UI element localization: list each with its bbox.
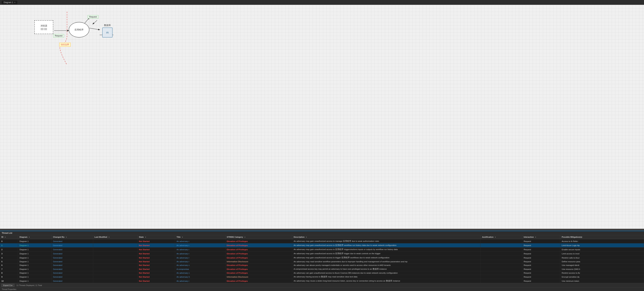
cell-interaction: Request	[522, 256, 560, 260]
cell-stride: Elevation of Privileges	[225, 271, 292, 275]
col-id[interactable]: ID ▼	[0, 235, 18, 239]
cell-id: 6	[0, 263, 18, 267]
browser-icon	[41, 28, 47, 30]
table-row[interactable]: 2 Diagram 1 Generated Not Started An adv…	[0, 247, 644, 252]
browser-shape[interactable]: 浏览器	[34, 20, 53, 34]
cell-mitigation: Restrict access to Az	[560, 271, 644, 275]
cell-stride: Elevation of Privileges	[225, 252, 292, 256]
table-row[interactable]: 9 Diagram 1 Generated Not Started An adv…	[0, 275, 644, 279]
col-last-modified[interactable]: Last Modified ▼	[93, 235, 138, 239]
close-icon[interactable]: ✕	[14, 2, 16, 4]
cell-interaction: Request	[522, 243, 560, 247]
threat-panel: Threat List ID ▼ Diagram ▼ Changed By ▼ …	[0, 231, 644, 287]
cell-interaction: Request	[522, 239, 560, 243]
db-icon: {0}	[102, 28, 112, 38]
cell-mitigation: Limit access to invol	[560, 252, 644, 256]
cell-stride: Elevation of Privileges	[225, 247, 292, 252]
cell-diagram: Diagram 1	[18, 260, 52, 263]
cell-modified	[93, 247, 138, 252]
table-row[interactable]: 1 Diagram 1 Generated Not Started An adv…	[0, 243, 644, 247]
table-row[interactable]: 7 Diagram 1 Generated Not Started A comp…	[0, 267, 644, 271]
db-symbol: {0}	[106, 32, 109, 34]
cell-state: Not Started	[138, 271, 175, 275]
col-diagram[interactable]: Diagram ▼	[18, 235, 52, 239]
col-stride[interactable]: STRIDE Category ▼	[225, 235, 292, 239]
cell-description: An adversary may gain unauthorized acces…	[292, 243, 480, 247]
cell-id: 5	[0, 260, 18, 263]
cell-changed: Generated	[52, 247, 93, 252]
threat-table-wrapper[interactable]: ID ▼ Diagram ▼ Changed By ▼ Last Modifie…	[0, 235, 644, 283]
export-csv-button[interactable]: Export Csv	[1, 284, 14, 287]
cell-changed: Generated	[52, 267, 93, 271]
cell-modified	[93, 256, 138, 260]
sort-icon-stride: ▼	[244, 236, 246, 238]
cell-title: An adversary r	[175, 260, 225, 263]
table-body: 0 Diagram 1 Generated Not Started An adv…	[0, 239, 644, 283]
table-row[interactable]: 6 Diagram 1 Generated Not Started An adv…	[0, 263, 644, 267]
diagram-tab[interactable]: Diagram 1 ✕	[1, 0, 18, 4]
cell-justification	[480, 267, 522, 271]
db-shape[interactable]: 数据库 {0}	[100, 24, 115, 38]
col-justification[interactable]: Justification ▼	[480, 235, 522, 239]
request-label-top[interactable]: Request	[88, 15, 98, 19]
cell-description: An adversary may gain unauthorized acces…	[292, 256, 480, 260]
cell-description: An adversary may reuse a stolen long-liv…	[292, 279, 480, 283]
request-label-left[interactable]: Request	[53, 34, 64, 38]
col-interaction[interactable]: Interaction ▼	[522, 235, 560, 239]
cell-modified	[93, 271, 138, 275]
table-row[interactable]: 0 Diagram 1 Generated Not Started An adv…	[0, 239, 644, 243]
sort-icon-id: ▼	[4, 236, 6, 238]
col-state[interactable]: State ▼	[138, 235, 175, 239]
table-row[interactable]: 5 Diagram 1 Generated Not Started An adv…	[0, 260, 644, 263]
cell-diagram: Diagram 1	[18, 239, 52, 243]
sort-icon-state: ▼	[145, 236, 146, 238]
cell-title: An adversary r	[175, 252, 225, 256]
table-header: ID ▼ Diagram ▼ Changed By ▼ Last Modifie…	[0, 235, 644, 239]
threat-panel-header: Threat List	[0, 231, 644, 235]
col-changed-by[interactable]: Changed By ▼	[52, 235, 93, 239]
cell-title: An adversary r	[175, 243, 225, 247]
cell-title: An adversary r	[175, 279, 225, 283]
cell-justification	[480, 252, 522, 256]
cell-modified	[93, 275, 138, 279]
cell-mitigation: Access to th Refer :	[560, 239, 644, 243]
properties-bar: Threat Properties	[0, 287, 644, 291]
cell-description: A compromised access key may permit an a…	[292, 267, 480, 271]
cell-justification	[480, 260, 522, 263]
table-row[interactable]: 4 Diagram 1 Generated Not Started An adv…	[0, 256, 644, 260]
cell-description: An adversary having access to 数据库 may re…	[292, 275, 480, 279]
col-description[interactable]: Description ▼	[292, 235, 480, 239]
threat-panel-title: Threat List	[2, 232, 12, 234]
sort-icon-modified: ▼	[108, 236, 110, 238]
cell-mitigation: Use minimum token	[560, 279, 644, 283]
request-left-text: Request	[55, 35, 62, 37]
cell-title: An adversary r	[175, 247, 225, 252]
cell-interaction: Request	[522, 279, 560, 283]
cell-justification	[480, 271, 522, 275]
sort-icon-diagram: ▼	[28, 236, 30, 238]
cell-id: 4	[0, 256, 18, 260]
cell-description: An adversary may gain unauthorized acces…	[292, 252, 480, 256]
diagram-scrollbar[interactable]	[0, 229, 644, 231]
cell-changed: Generated	[52, 263, 93, 267]
col-mitigation[interactable]: Possible Mitigation(s)	[560, 235, 644, 239]
trust-boundary-label[interactable]: 信任边界	[59, 43, 70, 47]
cell-state: Not Started	[138, 263, 175, 267]
cell-diagram: Diagram 1	[18, 243, 52, 247]
process-shape[interactable]: 应用程序	[69, 22, 89, 38]
diagram-canvas: 浏览器 应用程序 数据库 {0} Request Request 信任边界	[0, 5, 644, 229]
col-title[interactable]: Title ▼	[175, 235, 225, 239]
db-label: 数据库	[104, 24, 111, 27]
cell-diagram: Diagram 1	[18, 252, 52, 256]
cell-description: An adversary may gain unauthorized acces…	[292, 239, 480, 243]
table-row[interactable]: 10 Diagram 1 Generated Not Started An ad…	[0, 279, 644, 283]
cell-changed: Generated	[52, 256, 93, 260]
cell-mitigation: Restrict calls to Azur	[560, 256, 644, 260]
cell-interaction: Request	[522, 260, 560, 263]
cell-state: Not Started	[138, 247, 175, 252]
svg-line-1	[89, 28, 100, 30]
svg-line-2	[93, 20, 97, 24]
table-row[interactable]: 3 Diagram 1 Generated Not Started An adv…	[0, 252, 644, 256]
cell-title: An adversary h	[175, 275, 225, 279]
table-row[interactable]: 8 Diagram 1 Generated Not Started An adv…	[0, 271, 644, 275]
